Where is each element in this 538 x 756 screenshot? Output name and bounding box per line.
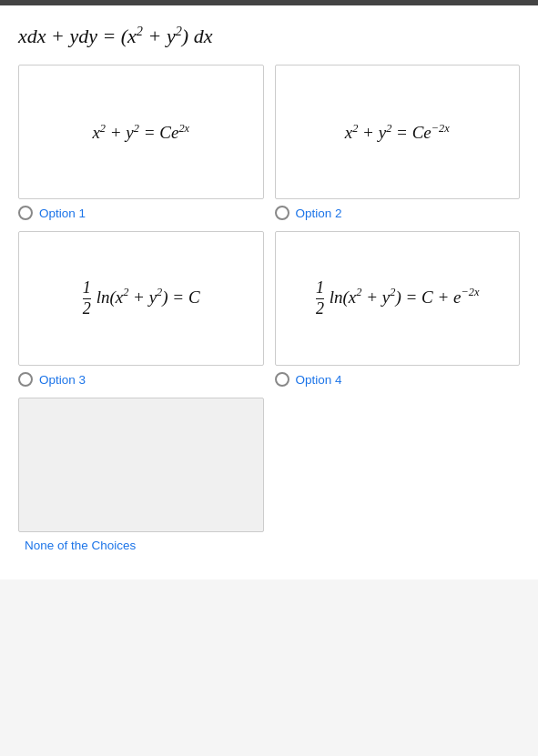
option-box-2: x2 + y2 = Ce−2x (275, 65, 521, 199)
option-2-radio[interactable] (275, 206, 289, 220)
option-4-math: 1 2 ln(x2 + y2) = C + e−2x (315, 279, 480, 318)
option-4-label[interactable]: Option 4 (275, 372, 342, 387)
option-card-2: x2 + y2 = Ce−2x Option 2 (275, 65, 521, 220)
option-2-label[interactable]: Option 2 (275, 206, 342, 220)
option-1-label[interactable]: Option 1 (18, 206, 86, 220)
options-grid-top: x2 + y2 = Ce2x Option 1 x2 + y2 = Ce−2x … (18, 65, 520, 220)
option-3-math: 1 2 ln(x2 + y2) = C (82, 279, 200, 318)
option-box-1: x2 + y2 = Ce2x (18, 65, 264, 199)
option-1-text: Option 1 (39, 207, 86, 220)
none-option-box (18, 398, 264, 532)
question-equation: xdx + ydy = (x2 + y2) dx (18, 24, 520, 48)
option-box-4: 1 2 ln(x2 + y2) = C + e−2x (275, 231, 521, 366)
option-box-3: 1 2 ln(x2 + y2) = C (18, 231, 264, 366)
option-1-math: x2 + y2 = Ce2x (92, 122, 189, 143)
option-2-math: x2 + y2 = Ce−2x (345, 122, 450, 143)
option-card-4: 1 2 ln(x2 + y2) = C + e−2x Option 4 (275, 231, 521, 387)
option-2-text: Option 2 (296, 207, 342, 220)
none-option-text: None of the Choices (25, 539, 136, 552)
option-3-text: Option 3 (39, 373, 86, 387)
content-area: xdx + ydy = (x2 + y2) dx x2 + y2 = Ce2x … (0, 5, 538, 580)
none-option-label[interactable]: None of the Choices (18, 539, 520, 552)
option-3-radio[interactable] (18, 372, 33, 387)
option-card-3: 1 2 ln(x2 + y2) = C Option 3 (18, 231, 264, 387)
options-grid-bottom: 1 2 ln(x2 + y2) = C Option 3 1 2 (18, 231, 520, 387)
option-3-label[interactable]: Option 3 (18, 372, 86, 387)
none-option-container: None of the Choices (18, 398, 520, 552)
option-4-radio[interactable] (275, 372, 289, 387)
option-4-text: Option 4 (296, 373, 342, 387)
option-1-radio[interactable] (18, 206, 33, 220)
option-card-1: x2 + y2 = Ce2x Option 1 (18, 65, 264, 220)
